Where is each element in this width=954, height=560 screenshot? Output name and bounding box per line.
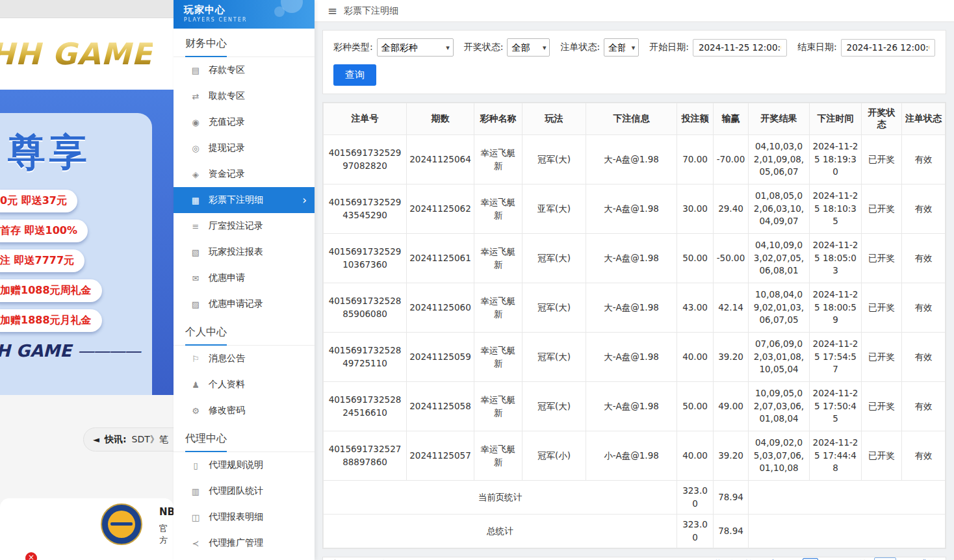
sidebar-item-bell[interactable]: ⚐消息公告: [174, 346, 315, 372]
sidebar-item-share[interactable]: ≺代理推广管理: [174, 530, 315, 556]
speaker-icon: ◄: [93, 435, 99, 444]
table-cell: 401569173252997082820: [324, 135, 407, 185]
table-cell: 有效: [902, 431, 946, 481]
promo-apply-record-icon: ▨: [190, 299, 201, 309]
table-cell: 已开奖: [862, 135, 902, 185]
draw-status-select-wrap: 全部: [507, 38, 550, 57]
table-cell: 401569173252943545290: [324, 185, 407, 234]
sidebar-item-document[interactable]: ▯代理规则说明: [174, 452, 315, 478]
promo-footer-dash: ————: [77, 341, 140, 361]
table-cell: 有效: [902, 382, 946, 431]
ticker-label: 快讯:: [105, 434, 127, 446]
end-date-group: 结束日期:: [797, 39, 935, 57]
table-header-cell: 期数: [407, 103, 474, 135]
sidebar-item-recharge-record[interactable]: ◉充值记录: [174, 109, 315, 135]
table-cell: 已开奖: [862, 234, 902, 283]
table-row: 40156917325278889786020241125057幸运飞艇新冠军(…: [324, 431, 946, 481]
table-cell: 20241125060: [407, 283, 474, 333]
sidebar-item-promo-apply[interactable]: ✉优惠申请: [174, 265, 315, 291]
sidebar-item-label: 个人资料: [209, 379, 245, 390]
close-icon[interactable]: ×: [25, 552, 37, 560]
promo-apply-icon: ✉: [190, 274, 201, 283]
nba-subtitle: 官方: [159, 523, 174, 546]
sidebar-item-hall-bet-record[interactable]: ≡厅室投注记录: [174, 213, 315, 239]
table-cell: 幸运飞艇新: [474, 185, 522, 234]
document-icon: ▯: [190, 461, 201, 470]
hall-bet-record-icon: ≡: [190, 222, 201, 231]
sidebar-item-label: 代理报表明细: [209, 511, 263, 523]
player-bet-report-icon: ▧: [190, 248, 201, 257]
table-cell: 亚军(大): [522, 185, 586, 234]
table-cell: 20241125064: [407, 135, 474, 185]
table-header-cell: 玩法: [522, 103, 586, 135]
sidebar-item-label: 提现记录: [209, 142, 245, 154]
lottery-bet-detail-icon: ▦: [190, 196, 201, 205]
player-center-sidebar: 玩家中心 PLAYERS CENTER 财务中心▤存款专区⇄取款专区◉充值记录◎…: [174, 0, 315, 560]
hamburger-menu-icon[interactable]: ≡: [328, 4, 337, 18]
summary-cell: 当前页统计: [324, 481, 677, 515]
lottery-type-select[interactable]: 全部彩种: [377, 38, 454, 57]
bell-icon: ⚐: [190, 354, 201, 364]
sidebar-item-label: 代理推广管理: [209, 537, 263, 549]
order-status-select[interactable]: 全部: [604, 38, 639, 57]
table-cell: 冠军(大): [522, 283, 586, 333]
table-header-cell: 下注信息: [586, 103, 677, 135]
person-icon: ♟: [190, 380, 201, 390]
sidebar-item-gear[interactable]: ⚙修改密码: [174, 398, 315, 424]
table-cell: 39.20: [714, 333, 749, 382]
nba-title: NBA: [159, 506, 174, 518]
main-area: ≡ 彩票下注明细 彩种类型: 全部彩种 开奖状态:: [315, 0, 954, 560]
table-cell: 有效: [902, 234, 946, 283]
query-button[interactable]: 查询: [333, 64, 376, 86]
table-cell: 冠军(大): [522, 234, 586, 283]
end-date-input[interactable]: [841, 39, 935, 57]
nba-team-logo: [101, 503, 142, 545]
table-cell: 大-A盘@1.98: [586, 333, 677, 382]
lottery-type-select-wrap: 全部彩种: [377, 38, 454, 57]
table-row: 40156917325294354529020241125062幸运飞艇新亚军(…: [324, 185, 946, 234]
jump-page-input[interactable]: [874, 557, 896, 560]
bet-table-header-row: 注单号期数彩种名称玩法下注信息投注额输赢开奖结果下注时间开奖状态注单状态: [324, 103, 946, 135]
table-cell: 49.00: [714, 382, 749, 431]
sidebar-item-team-stats[interactable]: ▥代理团队统计: [174, 478, 315, 504]
sidebar-item-funds-record[interactable]: ◈资金记录: [174, 161, 315, 187]
sidebar-section-title: 代理中心: [174, 424, 315, 452]
table-cell: 幸运飞艇新: [474, 333, 522, 382]
withdrawal-record-icon: ◎: [190, 144, 201, 153]
table-header-cell: 开奖状态: [862, 103, 902, 135]
table-cell: 幸运飞艇新: [474, 382, 522, 431]
table-cell: 幸运飞艇新: [474, 135, 522, 185]
sidebar-item-label: 厅室投注记录: [209, 220, 263, 232]
sidebar-item-label: 消息公告: [209, 353, 245, 364]
table-cell: 2024-11-25 17:44:48: [810, 431, 862, 481]
sidebar-item-report-detail[interactable]: ◫代理报表明细: [174, 504, 315, 530]
page-title: 彩票下注明细: [344, 5, 398, 17]
sidebar-item-withdrawal-record[interactable]: ◎提现记录: [174, 135, 315, 161]
table-cell: 2024-11-25 18:05:03: [810, 234, 862, 283]
sidebar-item-deposit[interactable]: ▤存款专区: [174, 57, 315, 83]
sidebar-item-person[interactable]: ♟个人资料: [174, 372, 315, 398]
draw-status-select[interactable]: 全部: [507, 38, 550, 57]
table-header-cell: 投注额: [677, 103, 714, 135]
sidebar-item-player-bet-report[interactable]: ▧玩家投注报表: [174, 239, 315, 265]
ticker-text: SDT》笔: [132, 434, 168, 446]
table-cell: 40.00: [677, 431, 714, 481]
start-date-input[interactable]: [693, 39, 787, 57]
sidebar-item-lottery-bet-detail[interactable]: ▦彩票下注明细›: [174, 187, 315, 213]
sidebar-item-label: 优惠申请: [209, 272, 245, 284]
background-page: HH GAME 尊享 0元 即送37元首存 即送100%注 即送7777元加赠1…: [0, 0, 174, 560]
table-cell: 401569173252788897860: [324, 431, 407, 481]
table-cell: 已开奖: [862, 382, 902, 431]
table-cell: 幸运飞艇新: [474, 283, 522, 333]
withdraw-icon: ⇄: [190, 92, 201, 101]
sidebar-nav: 财务中心▤存款专区⇄取款专区◉充值记录◎提现记录◈资金记录▦彩票下注明细›≡厅室…: [174, 29, 315, 560]
sidebar-item-withdraw[interactable]: ⇄取款专区: [174, 83, 315, 109]
nba-text-block: NBA 官方: [159, 506, 174, 546]
table-cell: 有效: [902, 185, 946, 234]
sidebar-item-label: 资金记录: [209, 168, 245, 180]
summary-cell: 78.94: [714, 481, 749, 515]
table-cell: -50.00: [714, 234, 749, 283]
sidebar-item-label: 修改密码: [209, 405, 245, 416]
sidebar-item-promo-apply-record[interactable]: ▨优惠申请记录: [174, 291, 315, 317]
filter-panel: 彩种类型: 全部彩种 开奖状态: 全部: [322, 30, 946, 94]
